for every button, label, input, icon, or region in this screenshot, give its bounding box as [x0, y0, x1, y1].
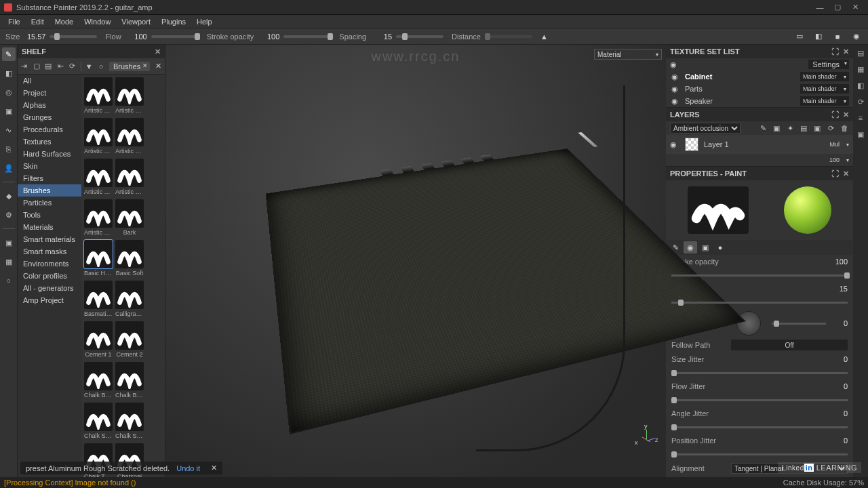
ts-eye-icon[interactable]: ◉ — [670, 73, 679, 81]
size-jitter-value[interactable]: 0 — [831, 355, 848, 363]
clone-tool-icon[interactable]: ⎘ — [2, 142, 16, 156]
tab-material-icon[interactable]: ● — [713, 241, 727, 253]
layer-effect-icon[interactable]: ✎ — [758, 124, 768, 133]
shelf-category[interactable]: Filters — [18, 172, 81, 184]
close-button[interactable]: ✕ — [846, 1, 864, 14]
panel-close-icon[interactable]: ✕ — [843, 169, 849, 178]
shelf-category[interactable]: Materials — [18, 221, 81, 233]
texture-set-row[interactable]: ◉SpeakerMain shader — [666, 95, 853, 107]
menu-edit[interactable]: Edit — [26, 16, 50, 27]
minimize-button[interactable]: — — [811, 1, 829, 14]
spacing-prop-value[interactable]: 15 — [831, 285, 848, 293]
panel-close-icon[interactable]: ✕ — [843, 47, 849, 56]
spacing-slider[interactable] — [396, 35, 443, 38]
ts-shader-dropdown[interactable]: Main shader — [800, 72, 849, 81]
menu-plugins[interactable]: Plugins — [156, 16, 191, 27]
shelf-category[interactable]: Skin — [18, 160, 81, 172]
layer-mask-icon[interactable]: ▣ — [772, 124, 781, 133]
search-icon[interactable]: ○ — [97, 61, 105, 72]
brush-thumbnail[interactable] — [84, 118, 113, 146]
material-dropdown[interactable]: Material — [594, 49, 662, 60]
shelf-category[interactable]: Alphas — [18, 99, 81, 111]
dock-props-icon[interactable]: ◧ — [855, 80, 866, 91]
chip-close-icon[interactable]: ✕ — [142, 62, 148, 69]
flow-value[interactable]: 100 — [125, 33, 147, 41]
spacing-prop-slider[interactable] — [671, 302, 848, 304]
dock-log-icon[interactable]: ≡ — [855, 113, 866, 123]
brush-thumbnail[interactable] — [84, 281, 113, 309]
layer-opacity[interactable]: 100 — [823, 157, 840, 163]
export-icon[interactable]: ⇤ — [56, 61, 64, 72]
dock-texture-icon[interactable]: ▤ — [855, 47, 866, 58]
menu-window[interactable]: Window — [79, 16, 116, 27]
shelf-category[interactable]: Brushes — [18, 184, 81, 197]
dock-display-icon[interactable]: ▣ — [855, 129, 866, 140]
material-preview[interactable] — [784, 186, 831, 234]
menu-file[interactable]: File — [3, 16, 26, 27]
layer-add-icon[interactable]: ✦ — [785, 124, 795, 133]
brush-thumbnail[interactable] — [115, 77, 144, 106]
new-icon[interactable]: ▢ — [33, 61, 41, 72]
shelf-category[interactable]: Smart materials — [18, 233, 81, 245]
dock-layers-icon[interactable]: ▦ — [855, 64, 866, 75]
shelf-category[interactable]: Hard Surfaces — [18, 148, 81, 160]
brush-thumbnail[interactable] — [84, 159, 113, 187]
brush-thumbnail[interactable] — [115, 403, 144, 431]
panel-expand-icon[interactable]: ⛶ — [831, 110, 839, 119]
shelf-category[interactable]: Grunges — [18, 111, 81, 123]
follow-path-toggle[interactable]: Off — [731, 340, 848, 350]
size-value[interactable]: 15.57 — [24, 33, 45, 41]
layer-smart-icon[interactable]: ⟳ — [826, 124, 835, 133]
angle-dial[interactable] — [736, 311, 761, 336]
brush-thumbnail[interactable] — [84, 77, 113, 106]
toast-close-icon[interactable]: ✕ — [211, 464, 217, 472]
brush-thumbnail[interactable] — [84, 321, 113, 350]
shelf-category[interactable]: Particles — [18, 197, 81, 209]
panel-expand-icon[interactable]: ⛶ — [831, 47, 839, 56]
ts-shader-dropdown[interactable]: Main shader — [800, 96, 849, 106]
angle-slider[interactable] — [772, 323, 826, 325]
layer-visibility-icon[interactable]: ◉ — [670, 140, 679, 149]
brush-thumbnail[interactable] — [84, 199, 113, 228]
stroke-opacity-slider[interactable] — [671, 274, 848, 277]
panel-expand-icon[interactable]: ⛶ — [831, 169, 839, 178]
filter-icon[interactable]: ▼ — [85, 61, 93, 72]
brush-thumbnail[interactable] — [115, 321, 144, 350]
layer-folder-icon[interactable]: ▣ — [812, 124, 822, 133]
shelf-category[interactable]: All — [18, 75, 81, 87]
tab-alpha-icon[interactable]: ◉ — [684, 241, 697, 253]
axis-gizmo[interactable]: y x z — [637, 430, 658, 450]
fill-tool-icon[interactable]: ▣ — [2, 104, 16, 118]
shelf-close-icon[interactable]: ✕ — [155, 47, 161, 56]
menu-viewport[interactable]: Viewport — [116, 16, 156, 27]
perspective-icon[interactable]: ▭ — [793, 31, 806, 42]
brush-thumbnail[interactable] — [115, 199, 144, 228]
brush-thumbnail[interactable] — [115, 240, 144, 268]
brush-thumbnail[interactable] — [115, 159, 144, 187]
ts-eye-icon[interactable]: ◉ — [670, 85, 679, 94]
ts-shader-dropdown[interactable]: Main shader — [800, 84, 849, 94]
projection-tool-icon[interactable]: ◎ — [2, 85, 16, 99]
material-picker-icon[interactable]: 👤 — [2, 161, 16, 175]
layer-row[interactable]: ◉ Layer 1 Mul▾ — [666, 135, 853, 154]
layer-delete-icon[interactable]: 🗑 — [840, 124, 849, 133]
texture-set-row[interactable]: ◉PartsMain shader — [666, 83, 853, 95]
texture-set-row[interactable]: ◉CabinetMain shader — [666, 70, 853, 83]
angle-jitter-slider[interactable] — [671, 426, 848, 428]
ts-eye-all-icon[interactable]: ◉ — [670, 60, 677, 69]
spacing-value[interactable]: 15 — [370, 33, 392, 41]
eraser-tool-icon[interactable]: ◧ — [2, 66, 16, 80]
brush-thumbnail[interactable] — [84, 403, 113, 431]
poly-fill-icon[interactable]: ◆ — [2, 189, 16, 203]
settings-icon[interactable]: ⚙ — [2, 208, 16, 222]
shelf-category[interactable]: Amp Project — [18, 294, 81, 306]
layer-name[interactable]: Layer 1 — [704, 140, 815, 148]
toast-undo-link[interactable]: Undo it — [176, 464, 200, 472]
angle-value[interactable]: 0 — [831, 319, 848, 327]
menu-mode[interactable]: Mode — [50, 16, 79, 27]
cube-icon[interactable]: ◧ — [812, 31, 825, 42]
brush-thumbnail[interactable] — [84, 240, 113, 268]
import-icon[interactable]: ⇥ — [20, 61, 28, 72]
flow-slider[interactable] — [151, 35, 199, 38]
refresh-icon[interactable]: ⟳ — [68, 61, 77, 72]
